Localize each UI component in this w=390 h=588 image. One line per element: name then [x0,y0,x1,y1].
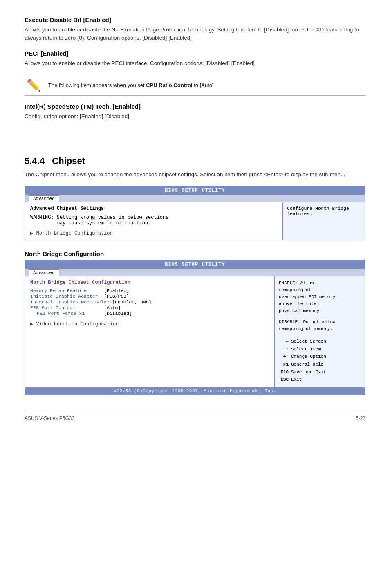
legend-change-option: +- Change Option [279,353,361,361]
nb-row-internal-graphics: Internal Graphics Mode Select [Enabled, … [30,299,269,305]
north-bridge-section: North Bridge Configuration BIOS SETUP UT… [25,250,365,395]
nb-label-memory-remap: Memory Remap Feature [30,288,104,293]
chipset-bios-header: BIOS SETUP UTILITY [25,186,365,195]
disable-text: DISABLE: Do not allowremapping of memory… [279,319,361,332]
nb-label-initiate-graphic: Initiate Graphic Adapter [30,294,104,299]
note-box: ✏️ The following item appears when you s… [25,75,365,96]
north-bridge-right-text: ENABLE: Allowremapping ofoverlapped PCI … [279,280,361,384]
nb-value-initiate-graphic: [PEG/PCI] [104,294,129,299]
peci-body: Allows you to enable or disable the PECI… [25,59,365,67]
chipset-bios-link[interactable]: North Bridge Configuration [30,230,278,236]
legend-esc: ESC Exit [279,376,361,384]
legend-label-f1: General Help [291,361,323,368]
legend-label-change-option: Change Option [291,353,326,361]
execute-disable-bit-title: Execute Disable Bit [Enabled] [25,16,365,23]
chipset-bios-panel: BIOS SETUP UTILITY Advanced Advanced Chi… [25,186,365,240]
legend-select-item: ↕ Select Item [279,346,361,353]
chipset-chapter: 5.4.4 Chipset The Chipset menu allows yo… [25,156,365,240]
legend-label-select-screen: Select Screen [291,338,326,346]
legend-key-esc: ESC [279,376,289,384]
chipset-chapter-number: 5.4.4 Chipset [25,156,365,166]
nb-value-memory-remap: [Enabled] [104,288,129,293]
nb-row-initiate-graphic: Initiate Graphic Adapter [PEG/PCI] [30,294,269,299]
note-text: The following item appears when you set … [48,82,214,88]
north-bridge-bios-footer: v02.58 (C)Copyright 1985-2007, American … [25,387,365,395]
nb-label-internal-graphics: Internal Graphics Mode Select [30,299,112,305]
intel-speedstep-title: Intel(R) SpeedStep (TM) Tech. [Enabled] [25,103,365,110]
footer-right: 5-23 [356,415,365,421]
execute-disable-bit-section: Execute Disable Bit [Enabled] Allows you… [25,16,365,43]
note-bold: CPU Ratio Control [146,82,192,88]
peci-section: PECI [Enabled] Allows you to enable or d… [25,50,365,67]
nb-value-peg-port-control: [Auto] [104,305,121,310]
north-bridge-bios-heading: North Bridge Chipset Configuration [30,280,269,285]
nb-value-internal-graphics: [Enabled, 8MB] [112,299,152,305]
footer-left: ASUS V-Series P5G33 [25,415,74,421]
chipset-bios-tab[interactable]: Advanced [29,195,59,202]
nb-value-peg-port-force: [Disabled] [104,311,132,316]
legend-key-arrows: ↔ [279,338,289,346]
nb-row-peg-port-control: PEG Port Control [Auto] [30,305,269,310]
nb-row-peg-port-force: PEG Port Force x1 [Disabled] [30,311,269,316]
chipset-chapter-description: The Chipset menu allows you to change th… [25,171,365,179]
nb-row-memory-remap: Memory Remap Feature [Enabled] [30,288,269,293]
chipset-bios-tab-row: Advanced [25,195,365,202]
north-bridge-bios-right: ENABLE: Allowremapping ofoverlapped PCI … [275,276,365,387]
enable-text: ENABLE: Allowremapping ofoverlapped PCI … [279,280,361,314]
legend-label-esc: Exit [291,376,302,384]
nb-label-peg-port-control: PEG Port Control [30,305,104,310]
page-footer: ASUS V-Series P5G33 5-23 [25,412,365,421]
legend-key-f1: F1 [279,361,289,368]
north-bridge-bios-tab-row: Advanced [25,269,365,276]
north-bridge-bios-panel: BIOS SETUP UTILITY Advanced North Bridge… [25,260,365,395]
execute-disable-bit-body: Allows you to enable or disable the No-E… [25,26,365,43]
legend-label-select-item: Select Item [291,346,321,353]
legend-select-screen: ↔ Select Screen [279,338,361,346]
legend-key-plusminus: +- [279,353,289,361]
north-bridge-bios-left: North Bridge Chipset Configuration Memor… [25,276,275,387]
chipset-bios-heading: Advanced Chipset Settings [30,206,278,211]
chipset-bios-right: Configure North Bridgefeatures. [283,202,365,240]
intel-speedstep-body: Configuration options: [Enabled] [Disabl… [25,112,365,121]
north-bridge-heading: North Bridge Configuration [25,250,365,257]
legend-label-f10: Save and Exit [291,369,326,376]
chipset-bios-left: Advanced Chipset Settings WARNING: Setti… [25,202,283,240]
chipset-bios-warning: WARNING: Setting wrong values in below s… [30,215,278,226]
legend-f1: F1 General Help [279,361,361,368]
legend-key-f10: F10 [279,369,289,376]
north-bridge-bios-header: BIOS SETUP UTILITY [25,260,365,269]
legend-key-updown: ↕ [279,346,289,353]
legend-f10: F10 Save and Exit [279,369,361,376]
north-bridge-bios-body: North Bridge Chipset Configuration Memor… [25,276,365,387]
note-icon: ✏️ [25,79,43,92]
chipset-bios-body: Advanced Chipset Settings WARNING: Setti… [25,202,365,240]
nb-label-peg-port-force: PEG Port Force x1 [30,311,104,316]
intel-speedstep-section: Intel(R) SpeedStep (TM) Tech. [Enabled] … [25,103,365,121]
peci-title: PECI [Enabled] [25,50,365,57]
north-bridge-bios-link[interactable]: Video Function Configuration [30,321,269,327]
north-bridge-bios-tab[interactable]: Advanced [29,269,59,276]
